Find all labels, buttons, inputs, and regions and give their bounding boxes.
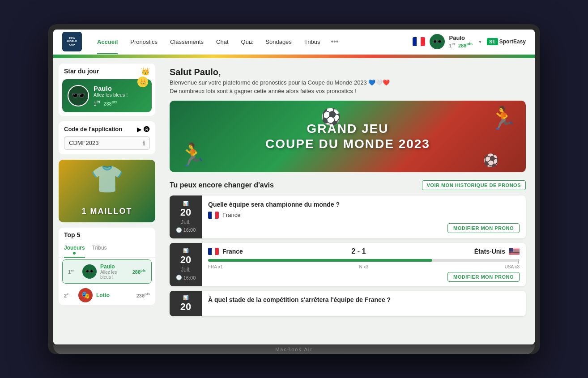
prono-content-1: Quelle équipe sera championne du monde ?… bbox=[202, 195, 526, 238]
code-app-section: Code de l'application ▶ 🅐 CDMF2023 ℹ bbox=[59, 121, 155, 154]
match-teams: France 2 - 1 États-Unis bbox=[208, 247, 520, 255]
code-title: Code de l'application bbox=[64, 126, 122, 132]
lb-pts-1: 288pts bbox=[132, 268, 146, 275]
lb-avatar-1: 🕶️ bbox=[82, 264, 97, 279]
svg-rect-4 bbox=[509, 251, 520, 252]
avatar-emoji: 🕶️ bbox=[432, 37, 442, 47]
match-content-2: France 2 - 1 États-Unis bbox=[202, 243, 526, 286]
sporteasy-name: SportEasy bbox=[499, 38, 526, 45]
sidebar: Star du jour 👑 👑 🕶️ Paulo Allez les bleu… bbox=[53, 58, 161, 344]
nav-logo: FIFAWORLDCUP bbox=[62, 32, 82, 51]
app-store-icon[interactable]: 🅐 bbox=[144, 126, 150, 133]
welcome-line1: Bienvenue sur votre plateforme de pronos… bbox=[170, 79, 526, 86]
modify-prono-btn-2[interactable]: MODIFIER MON PRONO bbox=[447, 272, 520, 282]
user-pts: 288pts bbox=[458, 43, 473, 48]
crown-icon: 👑 bbox=[141, 67, 150, 76]
prono-question-1: Quelle équipe sera championne du monde ? bbox=[208, 201, 520, 208]
see-history-button[interactable]: VOIR MON HISTORIQUE DE PRONOS bbox=[422, 180, 526, 190]
team-right: États-Unis bbox=[474, 248, 520, 255]
nav-more-button[interactable]: ••• bbox=[327, 30, 343, 55]
pronos-header: Tu peux encore changer d'avis VOIR MON H… bbox=[170, 180, 526, 190]
team-left: France bbox=[208, 248, 243, 255]
nav-links: Accueil Pronostics Classements Chat Quiz… bbox=[91, 30, 413, 55]
crown-badge: 👑 bbox=[137, 76, 148, 87]
match-modify-row: MODIFIER MON PRONO bbox=[208, 272, 520, 282]
flag-france-match bbox=[208, 248, 219, 255]
star-card: 👑 🕶️ Paulo Allez les bleus ! 1er 288pts bbox=[62, 79, 152, 112]
color-strip bbox=[53, 55, 535, 58]
prono-answer-1: France bbox=[208, 212, 520, 219]
tab-dot bbox=[73, 252, 76, 255]
language-flag-fr[interactable] bbox=[413, 37, 425, 46]
progress-fill bbox=[208, 259, 432, 262]
google-play-icon[interactable]: ▶ bbox=[137, 126, 142, 133]
lb-info-1: Paulo Allez les bleus ! bbox=[100, 263, 129, 280]
modify-prono-btn-1[interactable]: MODIFIER MON PRONO bbox=[447, 223, 520, 233]
nav-link-classements[interactable]: Classements bbox=[164, 30, 210, 55]
nav-link-tribus[interactable]: Tribus bbox=[298, 30, 327, 55]
info-icon[interactable]: ℹ bbox=[143, 140, 145, 147]
flag-usa bbox=[509, 248, 520, 255]
progress-bar-labels: FRA x1 N x3 USA x3 bbox=[208, 264, 520, 269]
user-info: Paulo 1er 288pts bbox=[449, 34, 473, 49]
laptop-screen: FIFAWORLDCUP Accueil Pronostics Classeme… bbox=[53, 30, 535, 344]
prono-question-3: À quel stade de la compétition s'arrêter… bbox=[208, 296, 520, 303]
prono-day-2: 20 bbox=[180, 255, 191, 265]
user-rank: 1er 288pts bbox=[449, 42, 473, 49]
leaderboard-row: 2e 🎭 Lotto 236pts bbox=[59, 285, 155, 305]
jersey-text: 1 MAILLOT bbox=[82, 207, 132, 222]
code-input-wrap: CDMF2023 ℹ bbox=[64, 136, 150, 150]
jersey-banner: 👕 1 MAILLOT bbox=[59, 160, 155, 222]
store-icons: ▶ 🅐 bbox=[137, 126, 150, 133]
top5-tabs: Joueurs Tribus bbox=[59, 242, 155, 258]
navbar: FIFAWORLDCUP Accueil Pronostics Classeme… bbox=[53, 30, 535, 55]
nav-right: 🕶️ Paulo 1er 288pts ▼ SE SportEasy bbox=[413, 34, 526, 49]
star-info: Paulo Allez les bleus ! 1er 288pts bbox=[94, 85, 128, 107]
rank-2: 2e bbox=[64, 292, 75, 298]
lb-name-2: Lotto bbox=[96, 292, 133, 298]
prono-day-1: 20 bbox=[180, 208, 191, 217]
code-value: CDMF2023 bbox=[69, 140, 143, 146]
nav-link-pronostics[interactable]: Pronostics bbox=[124, 30, 164, 55]
hero-title-line1: GRAND JEU bbox=[265, 121, 430, 136]
tab-joueurs[interactable]: Joueurs bbox=[64, 242, 85, 257]
progress-bar bbox=[208, 259, 520, 262]
svg-rect-5 bbox=[509, 253, 520, 253]
laptop-brand: MacBook Air bbox=[275, 347, 313, 352]
star-rank: 1er 288pts bbox=[94, 99, 128, 107]
prono-date-1: 📊 20 Juil. 🕐 16:00 bbox=[170, 195, 202, 238]
lb-pts-2: 236pts bbox=[136, 292, 150, 298]
prono-card-1: 📊 20 Juil. 🕐 16:00 Quelle équipe sera ch… bbox=[170, 195, 526, 238]
tab-tribus[interactable]: Tribus bbox=[92, 242, 107, 257]
prono-time-1: 🕐 16:00 bbox=[176, 227, 196, 233]
star-avatar: 🕶️ bbox=[68, 85, 89, 106]
star-pts: 288pts bbox=[103, 101, 117, 106]
content-area: Salut Paulo, Bienvenue sur votre platefo… bbox=[161, 58, 535, 344]
sporteasy-logo: SE SportEasy bbox=[487, 38, 526, 45]
prono-card-3: 📊 20 À quel stade de la compétition s'ar… bbox=[170, 291, 526, 316]
user-avatar: 🕶️ bbox=[430, 34, 445, 49]
progress-info-icon[interactable]: ℹ bbox=[517, 259, 520, 265]
user-name: Paulo bbox=[449, 34, 473, 42]
hero-text: GRAND JEU COUPE DU MONDE 2023 bbox=[265, 121, 430, 151]
prono-answer-text-1: France bbox=[222, 212, 240, 218]
nav-link-sondages[interactable]: Sondages bbox=[259, 30, 298, 55]
nav-link-quiz[interactable]: Quiz bbox=[235, 30, 260, 55]
prono-content-3: À quel stade de la compétition s'arrêter… bbox=[202, 291, 526, 316]
code-header: Code de l'application ▶ 🅐 bbox=[64, 126, 150, 133]
nav-link-chat[interactable]: Chat bbox=[210, 30, 234, 55]
nav-link-accueil[interactable]: Accueil bbox=[91, 30, 124, 55]
main-layout: Star du jour 👑 👑 🕶️ Paulo Allez les bleu… bbox=[53, 58, 535, 344]
svg-rect-6 bbox=[509, 254, 520, 254]
flag-france-small bbox=[208, 212, 219, 219]
label-n: N x3 bbox=[359, 264, 368, 269]
user-dropdown-arrow[interactable]: ▼ bbox=[478, 39, 482, 44]
top5-section: Top 5 Joueurs Tribus 1er 🕶️ bbox=[59, 228, 155, 305]
lb-avatar-2: 🎭 bbox=[78, 288, 93, 302]
label-fra: FRA x1 bbox=[208, 264, 223, 269]
prono-month-1: Juil. bbox=[181, 219, 190, 225]
player-left-icon: 🏃 bbox=[179, 142, 206, 168]
prono-date-3: 📊 20 bbox=[170, 291, 202, 316]
star-du-jour-section: Star du jour 👑 👑 🕶️ Paulo Allez les bleu… bbox=[59, 64, 155, 116]
lb-name-1: Paulo bbox=[100, 263, 129, 270]
